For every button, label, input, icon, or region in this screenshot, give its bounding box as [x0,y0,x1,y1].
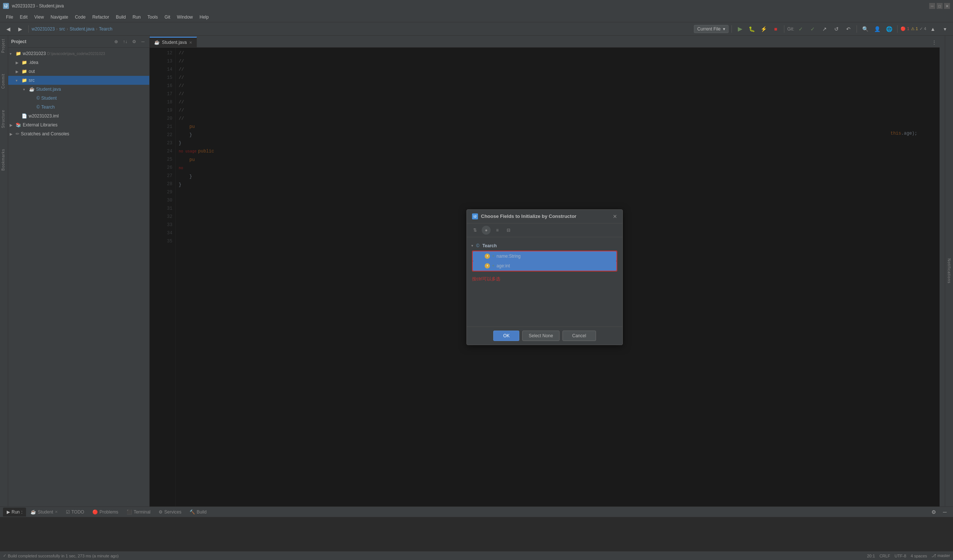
status-line-ending[interactable]: CRLF [879,553,890,558]
bottom-hide-button[interactable]: ─ [940,507,950,517]
modal-field-age[interactable]: f + age:int [473,261,616,271]
current-file-selector[interactable]: Current File ▾ [694,25,728,33]
status-right: 20:1 CRLF UTF-8 4 spaces ⎇ master [867,553,950,558]
status-git-branch[interactable]: ⎇ master [931,553,950,558]
menu-window[interactable]: Window [174,13,196,21]
tree-src[interactable]: ▾ 📁 src [8,76,149,85]
run-button[interactable]: ▶ [735,24,745,34]
git-check-button[interactable]: ✓ [796,24,806,34]
tree-root[interactable]: ▾ 📁 w20231023 D:\javacode\java_code\w202… [8,49,149,58]
toolbar-sep-3 [784,25,784,33]
modal-select-none-button[interactable]: Select None [522,331,559,341]
tree-tearch-label: Tearch [41,105,55,110]
scratches-icon: ✏ [16,131,19,136]
git-arrow-button[interactable]: ↗ [820,24,830,34]
close-button[interactable]: ✕ [944,3,950,9]
menu-bar: File Edit View Navigate Code Refactor Bu… [0,12,953,22]
error-badge: 🔴 1 [900,26,909,31]
tree-tearch-class[interactable]: © Tearch [8,103,149,111]
back-button[interactable]: ◀ [3,24,13,34]
tree-out[interactable]: ▶ 📁 out [8,67,149,76]
status-indent[interactable]: 4 spaces [911,553,927,558]
modal-sort-button[interactable]: ⇅ [470,226,480,235]
breadcrumb-class[interactable]: Tearch [99,26,112,32]
current-file-label: Current File [697,26,721,32]
debug-button[interactable]: 🐛 [747,24,757,34]
status-cursor[interactable]: 20:1 [867,553,875,558]
notifications-sidebar[interactable]: Notifications [945,36,953,506]
minimize-button[interactable]: ─ [929,3,935,9]
title-bar-controls[interactable]: ─ □ ✕ [929,3,950,9]
git-check2-button[interactable]: ✓ [807,24,818,34]
panel-collapse-btn[interactable]: ↑↓ [122,38,129,45]
stop-button[interactable]: ■ [771,24,781,34]
settings-button[interactable]: 🌐 [884,24,894,34]
breadcrumb-project[interactable]: w20231023 [32,26,55,32]
bottom-tab-problems[interactable]: 🔴 Problems [88,507,122,517]
breadcrumb-src[interactable]: src [59,26,65,32]
breadcrumb: w20231023 › src › Student.java › Tearch [32,26,112,32]
maximize-button[interactable]: □ [937,3,942,9]
panel-tab-project[interactable]: Project [0,36,8,56]
menu-refactor[interactable]: Refactor [89,13,112,21]
bottom-settings-button[interactable]: ⚙ [928,507,939,517]
bottom-tab-services[interactable]: ⚙ Services [155,507,185,517]
modal-align-button[interactable]: ≡ [493,226,502,235]
status-encoding[interactable]: UTF-8 [894,553,906,558]
toolbar-nav: ◀ ▶ [3,24,25,34]
git-undo-button[interactable]: ↶ [843,24,854,34]
more-button[interactable]: ▾ [940,24,950,34]
coverage-button[interactable]: ⚡ [759,24,769,34]
menu-build[interactable]: Build [113,13,129,21]
forward-button[interactable]: ▶ [15,24,25,34]
modal-ok-button[interactable]: OK [493,331,519,341]
warn-badge: ⚠ 1 [911,26,918,31]
tree-ext-libs[interactable]: ▶ 📚 External Libraries [8,121,149,129]
panel-tab-commit[interactable]: Commit [0,71,8,91]
tab-student-java[interactable]: ☕ Student.java ✕ [150,37,197,47]
modal-parent-row: ▾ © Tearch [470,241,619,251]
tree-student-java[interactable]: ▾ ☕ Student.java [8,85,149,94]
modal-filter-button[interactable]: ⊟ [504,226,513,235]
menu-navigate[interactable]: Navigate [48,13,71,21]
bottom-tab-build[interactable]: 🔨 Build [186,507,210,517]
modal-close-button[interactable]: ✕ [613,213,617,220]
menu-code[interactable]: Code [72,13,88,21]
expand-button[interactable]: ▲ [928,24,938,34]
profile-button[interactable]: 👤 [872,24,882,34]
menu-git[interactable]: Git [161,13,173,21]
menu-view[interactable]: View [31,13,47,21]
git-refresh-button[interactable]: ↺ [831,24,842,34]
menu-file[interactable]: File [3,13,16,21]
modal-circle-button[interactable]: ● [482,226,490,235]
tree-idea[interactable]: ▶ 📁 .idea [8,58,149,67]
tree-student-class[interactable]: © Student [8,94,149,103]
panel-tab-bookmarks[interactable]: Bookmarks [0,146,8,174]
folder-icon: 📁 [16,51,21,56]
panel-close-btn[interactable]: ─ [140,38,146,45]
panel-add-btn[interactable]: ⊕ [113,38,120,45]
menu-help[interactable]: Help [197,13,212,21]
menu-tools[interactable]: Tools [144,13,161,21]
modal-cancel-button[interactable]: Cancel [562,331,596,341]
bottom-tab-student[interactable]: ☕ Student ✕ [27,507,61,517]
search-button[interactable]: 🔍 [860,24,870,34]
modal-toolbar: ⇅ ● ≡ ⊟ [467,223,622,237]
menu-run[interactable]: Run [130,13,144,21]
bottom-tab-run[interactable]: ▶ Run : [3,507,26,517]
tree-scratches[interactable]: ▶ ✏ Scratches and Consoles [8,129,149,138]
field-icon-age: f [485,263,490,268]
modal-field-name[interactable]: f + name:String [473,251,616,261]
bottom-tab-todo[interactable]: ☑ TODO [62,507,88,517]
menu-edit[interactable]: Edit [17,13,31,21]
tree-iml[interactable]: 📄 w20231023.iml [8,111,149,121]
right-scrollbar[interactable] [940,36,945,506]
panel-settings-btn[interactable]: ⚙ [131,38,137,45]
breadcrumb-file[interactable]: Student.java [70,26,95,32]
panel-tab-structure[interactable]: Structure [0,107,8,131]
student-run-close[interactable]: ✕ [55,510,58,514]
bottom-tab-terminal[interactable]: ⬛ Terminal [123,507,154,517]
tab-close-student[interactable]: ✕ [189,40,192,45]
status-build-msg: ✓ Build completed successfully in 1 sec,… [3,553,119,558]
tab-menu-button[interactable]: ⋮ [929,37,940,47]
